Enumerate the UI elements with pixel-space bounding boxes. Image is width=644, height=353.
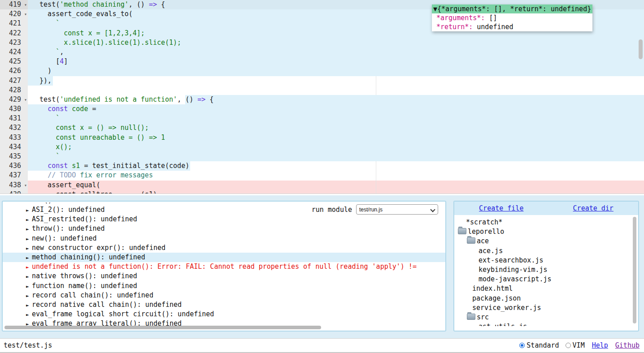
help-link[interactable]: Help: [592, 341, 608, 349]
tree-file-item[interactable]: package.json: [454, 294, 634, 303]
expand-arrow-icon[interactable]: ►: [26, 215, 32, 224]
gutter-line-number[interactable]: 439: [0, 190, 28, 194]
tree-file-item[interactable]: ace.js: [454, 246, 634, 256]
gutter-line-number[interactable]: 420▾: [0, 9, 28, 19]
expand-arrow-icon[interactable]: ►: [26, 291, 32, 301]
expand-arrow-icon[interactable]: ►: [26, 206, 32, 215]
output-item[interactable]: ►record call chain(): undefined: [3, 291, 445, 300]
gutter-line-number[interactable]: 423: [0, 38, 28, 47]
run-module-select[interactable]: test/run.js: [356, 204, 438, 215]
code-line[interactable]: 428: [0, 86, 644, 95]
tree-folder-item[interactable]: leporello: [454, 227, 634, 237]
leporello-app: 419▾ test('method chaining', () => {420▾…: [0, 0, 644, 353]
create-file-link[interactable]: Create file: [479, 204, 523, 212]
expand-arrow-icon[interactable]: ►: [26, 263, 32, 272]
gutter-line-number[interactable]: 427: [0, 76, 28, 86]
code-line[interactable]: 437 // TODO fix error messages: [0, 171, 644, 180]
radio-icon[interactable]: [566, 343, 571, 348]
output-item-inner: ►ASI_restrited(): undefined: [26, 215, 137, 223]
tree-folder-item[interactable]: src: [454, 313, 634, 322]
radio-icon[interactable]: [519, 343, 525, 348]
code-line[interactable]: 431 `: [0, 114, 644, 123]
output-item[interactable]: ►record native call chain(): undefined: [3, 300, 445, 310]
gutter-line-number[interactable]: 428: [0, 86, 28, 95]
gutter-line-number[interactable]: 422: [0, 29, 28, 38]
execution-highlight: [28, 114, 644, 123]
gutter-line-number[interactable]: 430: [0, 104, 28, 114]
code-line[interactable]: 427 }),: [0, 76, 644, 86]
code-line[interactable]: 438▾ assert_equal(: [0, 181, 644, 190]
gutter-line-number[interactable]: 421: [0, 19, 28, 28]
code-line[interactable]: 424 `,: [0, 47, 644, 57]
code-line[interactable]: 423 x.slice(1).slice(1).slice(1);: [0, 38, 644, 47]
tree-file-item[interactable]: keybinding-vim.js: [454, 265, 634, 275]
tree-file-item[interactable]: service_worker.js: [454, 303, 634, 313]
tree-file-item[interactable]: ast_utils.js: [454, 322, 634, 326]
editor-scrollbar-thumb[interactable]: [639, 39, 643, 59]
output-item[interactable]: ►native throws(): undefined: [3, 271, 445, 281]
code-line-text: x();: [31, 142, 72, 152]
output-horizontal-scrollbar-thumb[interactable]: [4, 326, 321, 329]
code-line[interactable]: 429▾ test('undefined is not a function',…: [0, 95, 644, 104]
output-item[interactable]: ►throw(): undefined: [3, 224, 445, 233]
code-line[interactable]: 425 [4]: [0, 57, 644, 66]
folder-icon: [467, 314, 475, 320]
code-line[interactable]: 430 const code =: [0, 104, 644, 114]
output-item[interactable]: ►new constructor expr(): undefined: [3, 243, 445, 253]
fold-arrow-icon[interactable]: ▾: [24, 0, 27, 9]
gutter-line-number[interactable]: 433: [0, 133, 28, 142]
gutter-line-number[interactable]: 426: [0, 66, 28, 76]
keybinding-radio-vim[interactable]: VIM: [566, 341, 585, 349]
code-editor[interactable]: 419▾ test('method chaining', () => {420▾…: [0, 0, 644, 194]
file-tree-scrollbar-thumb[interactable]: [633, 217, 636, 323]
tooltip-row[interactable]: *arguments*: []: [432, 13, 592, 22]
tree-folder-item[interactable]: ace: [454, 237, 634, 246]
expand-arrow-icon[interactable]: ►: [26, 224, 32, 234]
keybinding-radio-standard[interactable]: Standard: [519, 341, 559, 349]
tree-file-item[interactable]: *scratch*: [454, 218, 634, 227]
gutter-line-number[interactable]: 425: [0, 57, 28, 66]
output-item-label: ASI_2(): undefined: [32, 206, 105, 214]
gutter-line-number[interactable]: 432: [0, 123, 28, 133]
gutter-line-number[interactable]: 435: [0, 152, 28, 161]
code-line[interactable]: 434 x();: [0, 142, 644, 152]
gutter-line-number[interactable]: 437: [0, 171, 28, 180]
output-item[interactable]: ►function name(): undefined: [3, 281, 445, 291]
expand-arrow-icon[interactable]: ►: [26, 234, 32, 244]
create-dir-link[interactable]: Create dir: [573, 204, 614, 212]
output-item[interactable]: ►ASI_restrited(): undefined: [3, 215, 445, 224]
code-line[interactable]: 439 const calltree = ... (s1): [0, 190, 644, 194]
expand-arrow-icon[interactable]: ►: [26, 301, 32, 310]
tree-file-item[interactable]: mode-javascript.js: [454, 275, 634, 284]
code-line[interactable]: 426 ): [0, 66, 644, 76]
tooltip-row[interactable]: *return*: undefined: [432, 22, 592, 31]
output-item[interactable]: ►eval_frame logical short circuit(): und…: [3, 310, 445, 319]
gutter-line-number[interactable]: 438▾: [0, 181, 28, 190]
code-line[interactable]: 433 const unreachable = () => 1: [0, 133, 644, 142]
tree-file-item[interactable]: index.html: [454, 284, 634, 293]
tree-file-item[interactable]: ext-searchbox.js: [454, 256, 634, 265]
code-line[interactable]: 432 const x = () => null();: [0, 123, 644, 133]
gutter-line-number[interactable]: 419▾: [0, 0, 28, 9]
fold-arrow-icon[interactable]: ▾: [24, 9, 27, 19]
expand-arrow-icon[interactable]: ►: [26, 244, 32, 253]
code-line-text: `,: [31, 47, 64, 57]
code-line[interactable]: 436 const s1 = test_initial_state(code): [0, 161, 644, 171]
expand-arrow-icon[interactable]: ►: [26, 272, 32, 281]
gutter-line-number[interactable]: 436: [0, 161, 28, 171]
github-link[interactable]: Github: [615, 341, 640, 349]
expand-arrow-icon[interactable]: ►: [26, 253, 32, 263]
gutter-line-number[interactable]: 429▾: [0, 95, 28, 104]
gutter-line-number[interactable]: 424: [0, 47, 28, 57]
expand-arrow-icon[interactable]: ►: [26, 282, 32, 291]
output-item[interactable]: ►undefined is not a function(): Error: F…: [3, 262, 445, 271]
gutter-line-number[interactable]: 434: [0, 142, 28, 152]
fold-arrow-icon[interactable]: ▾: [24, 95, 27, 104]
tooltip-header[interactable]: ▼{*arguments*: [], *return*: undefined}: [432, 4, 592, 13]
gutter-line-number[interactable]: 431: [0, 114, 28, 123]
code-line[interactable]: 435 `: [0, 152, 644, 161]
output-item[interactable]: ►new(): undefined: [3, 234, 445, 243]
output-item[interactable]: ►method chaining(): undefined: [3, 253, 445, 262]
expand-arrow-icon[interactable]: ►: [26, 310, 32, 319]
fold-arrow-icon[interactable]: ▾: [24, 181, 27, 190]
